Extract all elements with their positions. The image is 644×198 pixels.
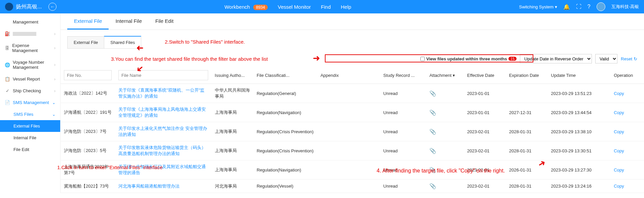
copy-button[interactable]: Copy	[614, 167, 624, 172]
file-name-link[interactable]: 关于印发散装液体危险货物运输货主（码头）高质量选船机制管理办法的通知	[118, 145, 206, 156]
file-name-link[interactable]: 关于印发《上海海事局海上风电场海上交通安全管理规定》的通知	[118, 107, 206, 118]
cell-update: 2023-03-29 13:38:10	[547, 122, 610, 141]
cell-update: 2023-03-29 13:30:51	[547, 141, 610, 160]
cell-appendix	[317, 122, 380, 141]
sidebar-item-internal-file[interactable]: Internal File	[0, 132, 60, 144]
cell-update: 2023-03-29 13:51:23	[547, 84, 610, 103]
cell-appendix	[317, 141, 380, 160]
cell-file-no: 沪海危防〔2023〕7号	[61, 122, 115, 141]
cell-classification: Regulation(General)	[253, 84, 317, 103]
sort-select[interactable]: Update Date in Reverse Order	[520, 54, 592, 63]
tab-internal-file[interactable]: Internal File	[109, 13, 148, 30]
cell-expiration: 2028-01-31	[506, 122, 548, 141]
sidebar-item-vessel-report[interactable]: 📋Vessel Report ›	[0, 73, 60, 85]
cell-issuing: 上海海事局	[212, 141, 254, 160]
chevron-down-icon: ⌄	[52, 100, 55, 105]
subtab-external-file[interactable]: External File	[67, 36, 104, 49]
file-name-link[interactable]: 关于进一步加强长江口及其附近水域船舶交通管理的通告	[118, 164, 206, 175]
sidebar-item-redacted[interactable]: ⛽ ›	[0, 28, 60, 40]
col-classification: File Classificati...	[253, 67, 317, 84]
paperclip-icon[interactable]: 📎	[429, 167, 436, 173]
copy-button[interactable]: Copy	[614, 129, 624, 134]
nav-vessel-monitor[interactable]: Vessel Monitor	[278, 4, 311, 10]
paperclip-icon[interactable]: 📎	[429, 148, 436, 154]
fullscreen-icon[interactable]: ⛶	[576, 4, 581, 10]
topbar: 扬州高银... ← Workbench 8934 Vessel Monitor …	[0, 0, 644, 13]
cell-study: Unread	[380, 160, 426, 180]
paperclip-icon[interactable]: 📎	[429, 129, 436, 135]
table-row: 冀海船舶【2022】73号 河北海事局船籍港船舶管理办法 河北海事局 Regul…	[61, 180, 644, 193]
table-row: 沪海危防〔2023〕5号 关于印发散装液体危险货物运输货主（码头）高质量选船机制…	[61, 141, 644, 160]
table-header-row: Issuing Autho... File Classificati... Ap…	[61, 67, 644, 84]
workbench-badge: 8934	[253, 5, 268, 10]
refresh-icon: ↻	[634, 56, 637, 61]
cell-issuing: 河北海事局	[212, 180, 254, 193]
sidebar-item-ship-checking[interactable]: ✓Ship Checking ›	[0, 85, 60, 97]
paperclip-icon[interactable]: 📎	[429, 110, 436, 115]
database-icon: 🗄	[5, 46, 9, 51]
sidebar: Management ⛽ › 🗄Expense Management › 🌐Vo…	[0, 13, 61, 193]
cell-effective: 2023-01-01	[464, 103, 506, 122]
cell-classification: Regulation(Crisis Prevention)	[253, 141, 317, 160]
sidebar-item-sms-management[interactable]: 📄SMS Management ⌄	[0, 97, 60, 108]
sidebar-item-management[interactable]: Management	[0, 16, 60, 28]
col-study: Study Record ...	[380, 67, 426, 84]
sort-icon: ▾	[453, 73, 455, 78]
view-three-months-checkbox[interactable]: View files updated within three months 1…	[420, 56, 517, 61]
paperclip-icon[interactable]: 📎	[429, 91, 436, 96]
cell-issuing: 上海海事局	[212, 122, 254, 141]
table-row: 沪海危防〔2023〕7号 关于印发水上液化天然气加注作业 安全管理办法的通知 上…	[61, 122, 644, 141]
nav-help[interactable]: Help	[341, 4, 351, 10]
file-name-filter[interactable]	[118, 70, 208, 80]
cell-appendix	[317, 103, 380, 122]
sidebar-item-file-edit[interactable]: File Edit	[0, 144, 60, 155]
tab-file-edit[interactable]: File Edit	[149, 13, 180, 30]
valid-select[interactable]: Valid	[595, 54, 617, 63]
cell-effective: 2023-01-01	[464, 84, 506, 103]
copy-button[interactable]: Copy	[614, 91, 624, 96]
switching-system[interactable]: Switching System ▾	[519, 4, 557, 9]
cell-study: Unread	[380, 122, 426, 141]
sidebar-item-external-files[interactable]: External Files	[0, 120, 60, 132]
table-row: 上海海事局通告2022年第7号 关于进一步加强长江口及其附近水域船舶交通管理的通…	[61, 160, 644, 180]
copy-button[interactable]: Copy	[614, 110, 624, 115]
back-icon[interactable]: ←	[48, 3, 56, 11]
help-icon[interactable]: ?	[588, 4, 591, 10]
paperclip-icon[interactable]: 📎	[429, 183, 436, 189]
cell-expiration: 2028-01-31	[506, 141, 548, 160]
cell-file-no: 沪海危防〔2023〕5号	[61, 141, 115, 160]
fuel-icon: ⛽	[5, 31, 10, 36]
cell-effective: 2023-02-01	[464, 122, 506, 141]
bell-icon[interactable]: 🔔	[563, 4, 570, 10]
cell-expiration: 2027-12-31	[506, 103, 548, 122]
file-name-link[interactable]: 关于印发《直属海事系统"双随机、一公开"监管实施办法》的通知	[118, 88, 204, 99]
tabs-level-2: External File Shared Files	[61, 30, 644, 52]
tabs-level-1: External File Internal File File Edit	[61, 13, 644, 30]
file-name-link[interactable]: 河北海事局船籍港船舶管理办法	[118, 184, 180, 189]
file-no-filter[interactable]	[64, 70, 112, 80]
subtab-shared-files[interactable]: Shared Files	[104, 36, 141, 49]
cell-study: Unread	[380, 103, 426, 122]
reset-button[interactable]: Reset ↻	[621, 56, 637, 61]
nav-find[interactable]: Find	[321, 4, 331, 10]
cell-issuing: 上海海事局	[212, 160, 254, 180]
file-name-link[interactable]: 关于印发水上液化天然气加注作业 安全管理办法的通知	[118, 126, 207, 137]
cell-classification: Regulation(Vessel)	[253, 180, 317, 193]
sidebar-item-sms-files[interactable]: SMS Files ⌄	[0, 108, 60, 120]
col-attachment[interactable]: Attachment ▾	[426, 67, 464, 84]
check-icon: ✓	[5, 88, 10, 93]
copy-button[interactable]: Copy	[614, 148, 624, 153]
sidebar-item-voyage[interactable]: 🌐Voyage Number Management ›	[0, 56, 60, 73]
col-issuing: Issuing Autho...	[212, 67, 254, 84]
tab-external-file[interactable]: External File	[67, 13, 109, 30]
cell-appendix	[317, 84, 380, 103]
checkbox-input[interactable]	[420, 57, 425, 61]
cell-update: 2023-03-29 13:27:30	[547, 160, 610, 180]
copy-button[interactable]: Copy	[614, 184, 624, 189]
cell-effective: 2023-02-01	[464, 160, 506, 180]
chevron-down-icon: ⌄	[52, 112, 55, 117]
redacted-label	[13, 32, 36, 36]
nav-workbench[interactable]: Workbench 8934	[224, 4, 267, 10]
avatar[interactable]	[597, 2, 605, 11]
sidebar-item-expense[interactable]: 🗄Expense Management ›	[0, 40, 60, 56]
